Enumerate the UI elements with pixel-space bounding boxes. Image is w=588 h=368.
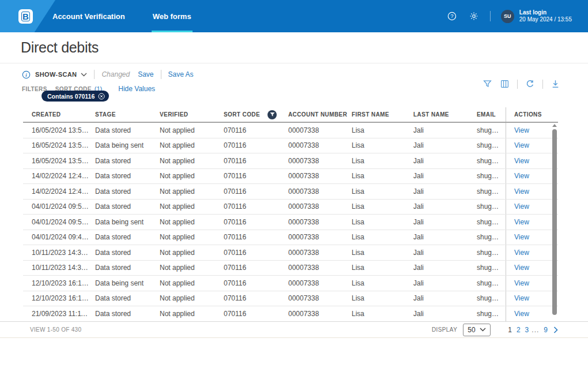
column-header-account_number[interactable]: ACCOUNT NUMBER — [288, 107, 352, 122]
remove-filter-icon[interactable] — [98, 93, 105, 100]
view-link[interactable]: View — [514, 218, 529, 226]
pagination-page-2[interactable]: 2 — [517, 326, 521, 334]
view-link[interactable]: View — [514, 202, 529, 211]
cell-created: 10/11/2023 14:30:54 — [32, 264, 95, 272]
nav-item-label: Web forms — [153, 12, 191, 21]
save-button[interactable]: Save — [138, 70, 153, 78]
column-header-sort_code[interactable]: SORT CODE — [224, 107, 288, 122]
view-link[interactable]: View — [514, 264, 529, 272]
pagination-page-3[interactable]: 3 — [525, 326, 529, 334]
filter-icon[interactable] — [483, 79, 492, 89]
cell-last_name: Jali — [413, 218, 477, 226]
cell-action: View — [506, 138, 558, 153]
table-row: 14/02/2024 12:48:02Data storedNot applie… — [23, 184, 558, 200]
cell-first_name: Lisa — [352, 294, 413, 302]
display-label: DISPLAY — [432, 326, 457, 333]
view-link[interactable]: View — [514, 310, 529, 318]
cell-sort_code: 070116 — [224, 218, 288, 226]
cell-account_number: 00007338 — [288, 310, 352, 318]
scan-selector[interactable]: SHOW-SCAN — [35, 71, 77, 78]
cell-action: View — [506, 245, 558, 260]
cell-account_number: 00007338 — [288, 294, 352, 302]
help-icon[interactable]: ? — [447, 12, 457, 21]
hide-values-button[interactable]: Hide Values — [118, 85, 155, 93]
save-as-button[interactable]: Save As — [168, 70, 194, 78]
cell-sort_code: 070116 — [224, 310, 288, 318]
view-link[interactable]: View — [514, 141, 529, 149]
cell-verified: Not applied — [160, 249, 224, 257]
filter-chip[interactable]: Contains 070116 — [42, 91, 109, 102]
column-header-email[interactable]: EMAIL — [477, 107, 506, 122]
cell-account_number: 00007338 — [288, 157, 352, 165]
cell-action: View — [506, 276, 558, 291]
cell-action: View — [506, 261, 558, 276]
scrollbar-up-arrow-icon[interactable] — [552, 124, 557, 127]
view-link[interactable]: View — [514, 172, 529, 180]
view-link[interactable]: View — [514, 294, 529, 302]
view-link[interactable]: View — [514, 187, 529, 196]
view-link[interactable]: View — [514, 126, 529, 134]
pagination-page-9[interactable]: 9 — [544, 326, 548, 334]
divider — [517, 80, 518, 89]
download-icon[interactable] — [551, 79, 560, 89]
cell-last_name: Jali — [413, 233, 477, 241]
table-row: 12/10/2023 16:14:31Data being sentNot ap… — [23, 276, 558, 291]
cell-stage: Data stored — [95, 202, 160, 211]
columns-icon[interactable] — [500, 79, 510, 89]
nav-item-label: Account Verification — [52, 12, 125, 21]
page-size-select[interactable]: 50 — [463, 324, 491, 336]
cell-last_name: Jali — [413, 157, 477, 165]
cell-verified: Not applied — [160, 279, 224, 287]
view-link[interactable]: View — [514, 249, 529, 257]
results-table: CREATEDSTAGEVERIFIEDSORT CODEACCOUNT NUM… — [23, 107, 558, 321]
cell-email: shughe... — [477, 172, 506, 180]
cell-sort_code: 070116 — [224, 202, 288, 211]
cell-first_name: Lisa — [352, 233, 413, 241]
settings-gear-icon[interactable] — [469, 12, 478, 21]
column-header-last_name[interactable]: LAST NAME — [413, 107, 477, 122]
view-link[interactable]: View — [514, 233, 529, 241]
column-header-stage[interactable]: STAGE — [95, 107, 160, 122]
sort-code-filter-badge-icon[interactable] — [267, 110, 277, 119]
nav-item-account-verification[interactable]: Account Verification — [52, 0, 125, 32]
cell-first_name: Lisa — [352, 279, 413, 287]
divider — [94, 70, 95, 79]
scrollbar-thumb[interactable] — [552, 129, 557, 315]
cell-verified: Not applied — [160, 264, 224, 272]
cell-account_number: 00007338 — [288, 233, 352, 241]
logo-letter: B — [21, 12, 30, 21]
nav-item-web-forms[interactable]: Web forms — [153, 0, 191, 32]
column-header-created[interactable]: CREATED — [32, 107, 95, 122]
cell-first_name: Lisa — [352, 202, 413, 211]
cell-verified: Not applied — [160, 233, 224, 241]
cell-created: 12/10/2023 16:14:28 — [32, 294, 95, 302]
pagination-page-1[interactable]: 1 — [508, 326, 512, 334]
table-row: 10/11/2023 14:33:35Data storedNot applie… — [23, 245, 558, 261]
view-link[interactable]: View — [514, 157, 529, 165]
cell-first_name: Lisa — [352, 264, 413, 272]
last-login-label: Last login — [519, 9, 572, 17]
table-body: 16/05/2024 13:51:43Data storedNot applie… — [23, 123, 558, 321]
cell-email: shughe... — [477, 249, 506, 257]
column-header-first_name[interactable]: FIRST NAME — [352, 107, 413, 122]
avatar[interactable]: SU — [501, 10, 514, 23]
column-header-action[interactable]: ACTIONS — [506, 107, 558, 122]
app-logo[interactable]: B — [18, 9, 33, 24]
cell-sort_code: 070116 — [224, 233, 288, 241]
page-title: Direct debits — [21, 39, 99, 56]
view-link[interactable]: View — [514, 279, 529, 287]
cell-action: View — [506, 169, 558, 184]
chevron-down-icon[interactable] — [81, 73, 87, 77]
cell-verified: Not applied — [160, 187, 224, 196]
cell-created: 04/01/2024 09:49:51 — [32, 233, 95, 241]
page-size-value: 50 — [468, 326, 475, 334]
cell-account_number: 00007338 — [288, 218, 352, 226]
table-footer: VIEW 1-50 OF 430 DISPLAY 50 123...9 — [0, 321, 588, 338]
next-page-button[interactable] — [553, 326, 558, 333]
column-header-verified[interactable]: VERIFIED — [160, 107, 224, 122]
cell-account_number: 00007338 — [288, 279, 352, 287]
last-login-value: 20 May 2024 / 13:55 — [519, 16, 572, 24]
refresh-icon[interactable] — [525, 79, 535, 89]
cell-sort_code: 070116 — [224, 126, 288, 134]
changed-status: Changed — [101, 70, 130, 78]
